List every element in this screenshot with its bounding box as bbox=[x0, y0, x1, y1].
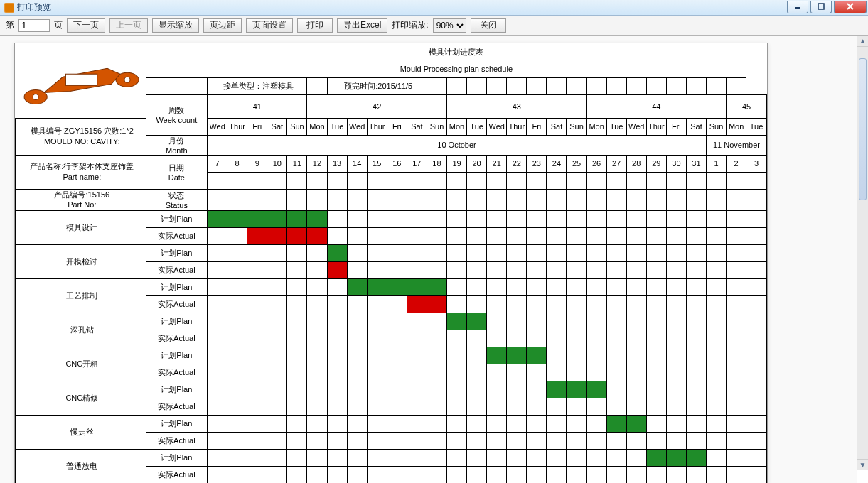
print-zoom-label: 打印缩放: bbox=[392, 19, 428, 31]
page-suffix: 页 bbox=[54, 19, 63, 31]
close-button[interactable]: 关闭 bbox=[471, 18, 506, 33]
zoom-select[interactable]: 90% bbox=[433, 18, 466, 33]
page-setup-button[interactable]: 页面设置 bbox=[246, 18, 293, 33]
show-zoom-button[interactable]: 显示缩放 bbox=[152, 18, 199, 33]
app-icon bbox=[4, 3, 14, 13]
prev-page-button[interactable]: 上一页 bbox=[109, 18, 148, 33]
window-title: 打印预览 bbox=[17, 1, 51, 13]
next-page-button[interactable]: 下一页 bbox=[67, 18, 105, 33]
window-controls bbox=[785, 1, 867, 15]
margins-button[interactable]: 页边距 bbox=[203, 18, 242, 33]
page-prefix: 第 bbox=[6, 19, 14, 31]
close-window-button[interactable] bbox=[834, 1, 867, 13]
page-input[interactable] bbox=[18, 19, 50, 32]
maximize-button[interactable] bbox=[810, 1, 832, 13]
svg-rect-1 bbox=[818, 4, 824, 9]
window-titlebar: 打印预览 bbox=[0, 0, 868, 16]
toolbar: 第 页 下一页 上一页 显示缩放 页边距 页面设置 打印 导出Excel 打印缩… bbox=[0, 16, 868, 36]
export-excel-button[interactable]: 导出Excel bbox=[337, 18, 387, 33]
print-button[interactable]: 打印 bbox=[297, 18, 333, 33]
minimize-button[interactable] bbox=[787, 1, 808, 13]
